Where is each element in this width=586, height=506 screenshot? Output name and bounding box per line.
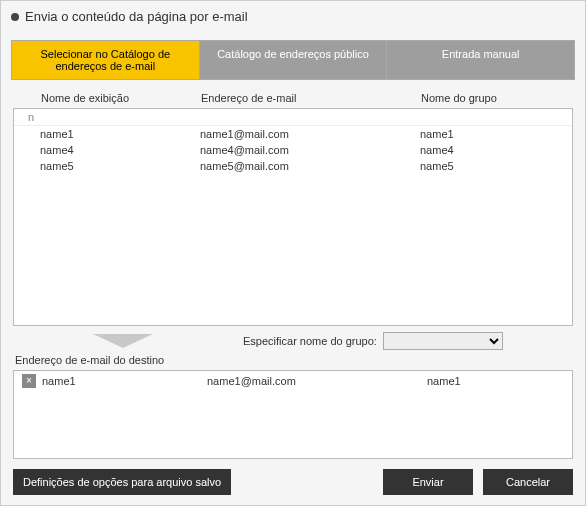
tab-label: Entrada manual xyxy=(442,48,520,60)
cell-name: name4 xyxy=(14,144,200,156)
cell-name: name1 xyxy=(14,128,200,140)
footer: Definições de opções para arquivo salvo … xyxy=(1,459,585,505)
dest-email: name1@mail.com xyxy=(207,375,407,387)
tab-manual-entry[interactable]: Entrada manual xyxy=(387,40,575,80)
saved-file-options-button[interactable]: Definições de opções para arquivo salvo xyxy=(13,469,231,495)
tab-public-catalog[interactable]: Catálogo de endereços público xyxy=(200,40,388,80)
remove-icon[interactable]: × xyxy=(22,374,36,388)
button-label: Enviar xyxy=(412,476,443,488)
dest-group: name1 xyxy=(407,375,572,387)
transfer-row: Especificar nome do grupo: xyxy=(13,332,573,350)
arrow-down-icon xyxy=(93,334,153,348)
group-spec-select[interactable] xyxy=(383,332,503,350)
tab-select-catalog[interactable]: Selecionar no Catálogo de endereços de e… xyxy=(11,40,200,80)
contacts-listbox[interactable]: n name1 name1@mail.com name1 name4 name4… xyxy=(13,108,573,326)
cell-name: name5 xyxy=(14,160,200,172)
header-display-name: Nome de exibição xyxy=(11,92,201,104)
cell-email: name5@mail.com xyxy=(200,160,400,172)
send-button[interactable]: Enviar xyxy=(383,469,473,495)
button-label: Cancelar xyxy=(506,476,550,488)
header-email: Endereço de e-mail xyxy=(201,92,401,104)
list-item[interactable]: name5 name5@mail.com name5 xyxy=(14,158,572,174)
dest-name: name1 xyxy=(42,375,207,387)
group-spec-label: Especificar nome do grupo: xyxy=(243,335,377,347)
cancel-button[interactable]: Cancelar xyxy=(483,469,573,495)
destination-item[interactable]: × name1 name1@mail.com name1 xyxy=(14,371,572,391)
titlebar: Envia o conteúdo da página por e-mail xyxy=(1,1,585,32)
cell-group: name5 xyxy=(400,160,572,172)
destination-label: Endereço de e-mail do destino xyxy=(15,354,571,366)
cell-email: name1@mail.com xyxy=(200,128,400,140)
cell-email: name4@mail.com xyxy=(200,144,400,156)
cell-group: name4 xyxy=(400,144,572,156)
svg-marker-0 xyxy=(93,334,153,348)
cell-group: name1 xyxy=(400,128,572,140)
column-headers: Nome de exibição Endereço de e-mail Nome… xyxy=(1,86,585,108)
dialog-title: Envia o conteúdo da página por e-mail xyxy=(25,9,248,24)
header-group: Nome do grupo xyxy=(401,92,575,104)
title-bullet-icon xyxy=(11,13,19,21)
button-label: Definições de opções para arquivo salvo xyxy=(23,476,221,488)
list-item[interactable]: name4 name4@mail.com name4 xyxy=(14,142,572,158)
filter-input[interactable]: n xyxy=(14,109,572,126)
tab-bar: Selecionar no Catálogo de endereços de e… xyxy=(1,40,585,80)
list-item[interactable]: name1 name1@mail.com name1 xyxy=(14,126,572,142)
destination-listbox[interactable]: × name1 name1@mail.com name1 xyxy=(13,370,573,459)
dialog-window: Envia o conteúdo da página por e-mail Se… xyxy=(0,0,586,506)
tab-label: Catálogo de endereços público xyxy=(217,48,369,60)
tab-label: Selecionar no Catálogo de endereços de e… xyxy=(41,48,171,72)
